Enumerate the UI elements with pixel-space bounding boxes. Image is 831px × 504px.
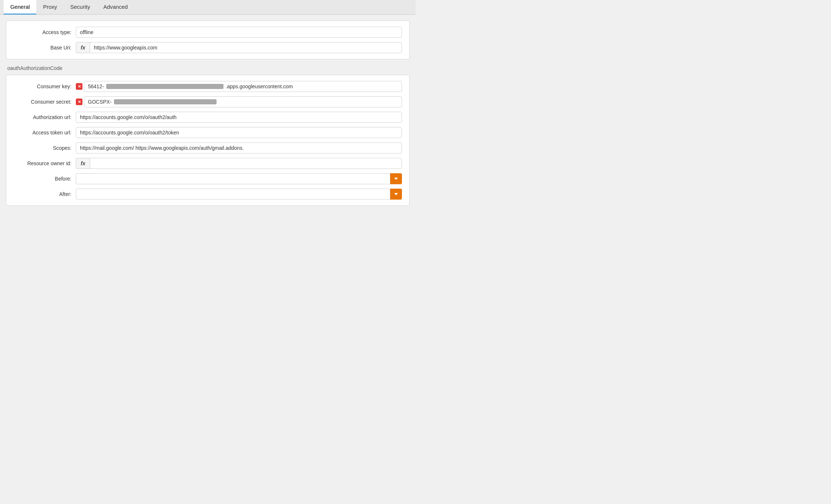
scopes-row: Scopes: xyxy=(14,142,402,153)
before-input[interactable] xyxy=(76,173,390,184)
top-settings-card: Access type: Base Uri: fx xyxy=(6,21,410,59)
before-dropdown-button[interactable] xyxy=(390,173,402,184)
scopes-input[interactable] xyxy=(76,142,402,153)
tab-bar: General Proxy Security Advanced xyxy=(0,0,416,15)
oauth-settings-card: Consumer key: ✕ 56412- .apps.googleuserc… xyxy=(6,75,410,206)
after-input[interactable] xyxy=(76,189,390,200)
resource-owner-input-wrapper: fx xyxy=(76,158,402,169)
base-uri-input-wrapper: fx xyxy=(76,42,402,53)
consumer-secret-row: Consumer secret: ✕ GOCSPX- xyxy=(14,96,402,107)
after-dropdown-button[interactable] xyxy=(390,189,402,200)
consumer-secret-label: Consumer secret: xyxy=(14,99,76,105)
after-chevron-icon xyxy=(394,193,398,195)
access-type-label: Access type: xyxy=(14,29,76,35)
consumer-secret-error-icon: ✕ xyxy=(76,99,82,105)
access-token-input[interactable] xyxy=(76,127,402,138)
tab-advanced[interactable]: Advanced xyxy=(97,0,134,15)
before-dropdown-wrapper xyxy=(76,173,402,184)
before-chevron-icon xyxy=(394,178,398,180)
base-uri-input[interactable] xyxy=(90,42,402,53)
consumer-key-error-icon: ✕ xyxy=(76,83,82,90)
access-token-label: Access token url: xyxy=(14,130,76,136)
consumer-secret-prefix: GOCSPX- xyxy=(88,99,112,105)
main-content: Access type: Base Uri: fx oauthAuthoriza… xyxy=(0,15,416,218)
resource-owner-label: Resource owner id: xyxy=(14,160,76,166)
tab-proxy[interactable]: Proxy xyxy=(36,0,63,15)
after-row: After: xyxy=(14,189,402,200)
auth-url-input[interactable] xyxy=(76,112,402,123)
consumer-key-prefix: 56412- xyxy=(88,84,104,89)
consumer-key-row: Consumer key: ✕ 56412- .apps.googleuserc… xyxy=(14,81,402,92)
access-type-input[interactable] xyxy=(76,27,402,38)
auth-url-row: Authorization url: xyxy=(14,112,402,123)
base-uri-row: Base Uri: fx xyxy=(14,42,402,53)
after-dropdown-wrapper xyxy=(76,189,402,200)
scopes-label: Scopes: xyxy=(14,145,76,151)
access-token-row: Access token url: xyxy=(14,127,402,138)
fx-icon-2: fx xyxy=(81,160,85,166)
consumer-secret-blurred xyxy=(114,99,217,104)
resource-owner-row: Resource owner id: fx xyxy=(14,158,402,169)
auth-url-label: Authorization url: xyxy=(14,114,76,120)
resource-owner-input[interactable] xyxy=(90,158,402,169)
consumer-key-label: Consumer key: xyxy=(14,84,76,89)
consumer-key-input-wrapper: ✕ 56412- .apps.googleusercontent.com xyxy=(76,81,402,92)
access-type-row: Access type: xyxy=(14,27,402,38)
oauth-section-title: oauthAuthorizationCode xyxy=(6,65,410,71)
consumer-secret-input-wrapper: ✕ GOCSPX- xyxy=(76,96,402,107)
base-uri-label: Base Uri: xyxy=(14,45,76,51)
tab-security[interactable]: Security xyxy=(64,0,97,15)
fx-icon: fx xyxy=(81,45,85,51)
before-label: Before: xyxy=(14,176,76,182)
before-row: Before: xyxy=(14,173,402,184)
resource-owner-fx-button[interactable]: fx xyxy=(76,158,90,169)
after-label: After: xyxy=(14,191,76,197)
consumer-key-blurred xyxy=(106,84,224,89)
base-uri-fx-button[interactable]: fx xyxy=(76,42,90,53)
consumer-key-suffix: .apps.googleusercontent.com xyxy=(226,84,293,89)
tab-general[interactable]: General xyxy=(4,0,36,15)
